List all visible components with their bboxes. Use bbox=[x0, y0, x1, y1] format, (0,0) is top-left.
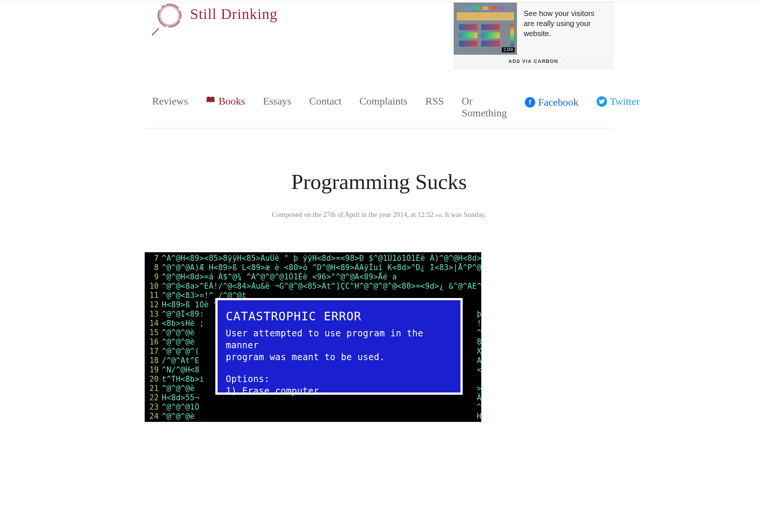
article-meta-ampm: pm bbox=[436, 212, 441, 218]
line-number: 12 bbox=[145, 300, 162, 310]
line-code: ^@^@<8a>^EÂ!/^@<84>Àu&è ¬G^@^@<85>Àt^]ÇC… bbox=[162, 282, 481, 291]
line-number: 9 bbox=[145, 272, 162, 282]
article-meta-pre: Composed on the 27th of April in the yea… bbox=[272, 211, 436, 218]
error-title: CATASTROPHIC ERROR bbox=[226, 308, 452, 324]
terminal-line: 10^@^@<8a>^EÂ!/^@<84>Àu&è ¬G^@^@<85>Àt^]… bbox=[145, 282, 481, 291]
terminal-screenshot: CATASTROPHIC ERROR User attempted to use… bbox=[145, 252, 481, 422]
line-code: ^@^@H<8d>=á Á$^@¾ ^A^@^@^@1Ò1Éè <96>"^@^… bbox=[162, 272, 481, 282]
nav-twitter-label: Twitter bbox=[610, 96, 640, 108]
svg-point-0 bbox=[158, 4, 181, 27]
site-logo[interactable]: Still Drinking bbox=[152, 2, 277, 36]
site-title: Still Drinking bbox=[190, 5, 277, 23]
article-meta: Composed on the 27th of April in the yea… bbox=[145, 211, 613, 219]
terminal-line: 8^@^@^@A)Æ H<89>ß L<89>æ è <80>ó ^D^@H<8… bbox=[145, 263, 481, 272]
ad-badge: 2,158 bbox=[502, 47, 515, 52]
line-number: 22 bbox=[145, 393, 162, 403]
nav-twitter[interactable]: Twitter bbox=[597, 96, 640, 108]
error-option-1: 1) Erase computer bbox=[226, 385, 452, 397]
svg-point-1 bbox=[160, 6, 180, 26]
line-number: 13 bbox=[145, 310, 162, 319]
ad-copy: See how your visitors are really using y… bbox=[517, 3, 613, 55]
line-number: 20 bbox=[145, 375, 162, 384]
terminal-line: 24^@^@^@è H<8d>5ê § bbox=[145, 412, 481, 421]
line-code: ^@^@^@1Ò ^D^@f^0|À bbox=[162, 403, 481, 412]
terminal-line: 9^@^@H<8d>=á Á$^@¾ ^A^@^@^@1Ò1Éè <96>"^@… bbox=[145, 272, 481, 282]
wine-ring-icon bbox=[152, 2, 186, 36]
line-code: ^A^@H<89><85>8ÿÿH<85>ÀuÜè ° þ ÿÿH<8d>=<9… bbox=[162, 254, 481, 263]
line-number: 23 bbox=[145, 403, 162, 412]
nav-books[interactable]: Books bbox=[206, 95, 245, 107]
twitter-icon bbox=[597, 96, 607, 107]
nav-books-label: Books bbox=[218, 95, 245, 107]
line-number: 19 bbox=[145, 365, 162, 375]
main-nav: Reviews Books Essays Contact Complaints … bbox=[145, 88, 613, 128]
line-number: 15 bbox=[145, 328, 162, 337]
nav-contact[interactable]: Contact bbox=[309, 95, 341, 107]
terminal-line: 7^A^@H<89><85>8ÿÿH<85>ÀuÜè ° þ ÿÿH<8d>=<… bbox=[145, 254, 481, 263]
line-number: 11 bbox=[145, 291, 162, 300]
nav-facebook[interactable]: f Facebook bbox=[525, 96, 579, 108]
nav-reviews[interactable]: Reviews bbox=[152, 95, 188, 107]
error-body-line2: program was meant to be used. bbox=[226, 352, 452, 363]
book-icon bbox=[206, 95, 215, 107]
article-title: Programming Sucks bbox=[145, 169, 613, 194]
line-number: 24 bbox=[145, 412, 162, 421]
line-number: 14 bbox=[145, 319, 162, 328]
error-dialog: CATASTROPHIC ERROR User attempted to use… bbox=[215, 298, 463, 395]
line-number: 18 bbox=[145, 356, 162, 365]
line-code: ^@^@^@A)Æ H<89>ß L<89>æ è <80>ó ^D^@H<89… bbox=[162, 263, 481, 272]
line-number: 8 bbox=[145, 263, 162, 272]
ad-card[interactable]: 2,158 See how your visitors are really u… bbox=[453, 2, 613, 69]
terminal-line: 23^@^@^@1Ò ^D^@f^0|À bbox=[145, 403, 481, 412]
error-options-label: Options: bbox=[226, 374, 452, 385]
line-number: 17 bbox=[145, 347, 162, 356]
error-body-line1: User attempted to use program in the man… bbox=[226, 328, 452, 351]
line-number: 16 bbox=[145, 337, 162, 347]
line-number: 10 bbox=[145, 282, 162, 291]
line-code: ^@^@^@è H<8d>5ê § bbox=[162, 412, 481, 421]
ad-attribution[interactable]: ADS VIA CARBON bbox=[454, 55, 613, 68]
nav-facebook-label: Facebook bbox=[538, 96, 579, 108]
nav-rss[interactable]: RSS bbox=[425, 95, 444, 107]
nav-orsomething[interactable]: Or Something bbox=[462, 95, 507, 119]
line-number: 21 bbox=[145, 384, 162, 393]
nav-essays[interactable]: Essays bbox=[263, 95, 291, 107]
svg-point-2 bbox=[152, 34, 154, 35]
article-meta-post: . It was Sunday. bbox=[441, 211, 486, 218]
ad-thumbnail: 2,158 bbox=[454, 3, 517, 55]
nav-complaints[interactable]: Complaints bbox=[359, 95, 407, 107]
facebook-icon: f bbox=[525, 97, 535, 108]
line-number: 7 bbox=[145, 254, 162, 263]
